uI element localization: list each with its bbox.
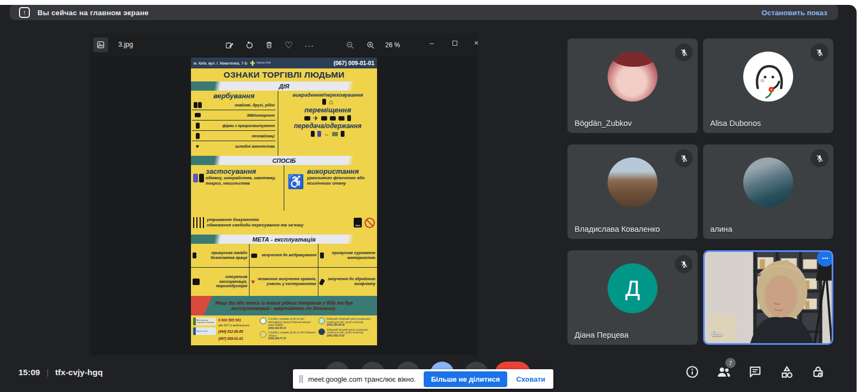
stop-presenting-button[interactable]: Остановить показ: [762, 9, 827, 17]
meta-cell: ♥незаконне вилучення органів, участь у е…: [250, 268, 318, 296]
passport-icon: PASS: [354, 218, 362, 227]
divider: |: [47, 368, 49, 377]
chat-button[interactable]: [748, 364, 763, 380]
marriage-agency-icon: ♥: [192, 144, 203, 149]
meeting-details-button[interactable]: [685, 364, 700, 380]
poster-header: м. Київ, вул. І. Микитенка, 7-Б Карітас …: [191, 58, 377, 68]
caritas-cross-icon: [250, 61, 255, 66]
participant-tile[interactable]: Bögdän_Zubkov: [567, 39, 698, 133]
participant-name: Владислава Коваленко: [575, 225, 660, 233]
drag-handle[interactable]: [299, 375, 303, 383]
footer-actions: 7: [685, 364, 826, 380]
company-icon: [192, 123, 203, 129]
close-window-button[interactable]: ×: [470, 39, 482, 47]
participant-tile[interactable]: Владислава Коваленко: [567, 144, 698, 239]
image-icon: [97, 41, 105, 49]
meeting-info: 15:09 | tfx-cvjy-hgq: [18, 368, 103, 377]
poster-title: ОЗНАКИ ТОРГІВЛІ ЛЮДЬМИ: [191, 68, 377, 81]
participants-count-badge: 7: [725, 358, 736, 368]
abduct-icons: ⌂: [278, 98, 377, 106]
activities-button[interactable]: [779, 364, 794, 380]
ministry-logo: Міністерство соціальної політики: [193, 318, 216, 325]
meta-cell: залучення до жебракування: [250, 244, 318, 268]
recruit-row: ЗМІ/інтернет: [192, 110, 276, 121]
viewer-titlebar: 3.jpg ♡ ··· 26 % – ×: [90, 34, 478, 56]
mic-muted-icon: [810, 149, 828, 167]
poster-help-band: Якщо Ви або хтось із ваших рідних потрап…: [191, 296, 377, 315]
apply-heading: застосування: [206, 167, 283, 175]
meeting-code: tfx-cvjy-hgq: [55, 368, 103, 377]
service-contact: Служба у справах дітей та сім'ї виконавч…: [260, 318, 316, 330]
favorite-button[interactable]: ♡: [283, 40, 294, 50]
meet-window: ↑ Вы сейчас на главном экране Остановить…: [0, 5, 857, 392]
organ-heart-icon: ♥: [251, 279, 255, 285]
kyiv-region-emblem-icon: [260, 331, 266, 338]
recruit-row: незнайомці: [192, 131, 276, 141]
meta-cell: примусове сурогатне материнство: [318, 244, 377, 268]
transport-icons: ✈: [278, 114, 377, 122]
screen-share-infobar: meet.google.com транслює вікно. Більше н…: [293, 369, 553, 389]
meta-cell: примусова та/або безоплатна праця: [191, 244, 250, 268]
rotate-button[interactable]: [244, 40, 254, 50]
participant-tile[interactable]: Д Діана Перцева: [567, 250, 698, 345]
poster-section-meta: МЕТА - експлуатація: [191, 235, 377, 244]
more-options-button[interactable]: ···: [304, 40, 315, 50]
tv-wifi-icon: [192, 113, 203, 117]
self-video: [705, 252, 832, 343]
participant-grid: Bögdän_Zubkov Alisa Dubonos Владислава К…: [567, 39, 833, 345]
maximize-window-button[interactable]: [449, 39, 461, 47]
participant-name: Bögdän_Zubkov: [575, 119, 632, 128]
edit-image-button[interactable]: [224, 40, 235, 50]
rifle-icon: [319, 279, 325, 286]
regional-center-icon: [318, 318, 325, 324]
participant-tile[interactable]: Alisa Dubonos: [703, 39, 833, 133]
jail-icon: [193, 217, 204, 228]
service-contact: Київський міський центр соціальних служб…: [318, 328, 375, 338]
zoom-out-button[interactable]: [344, 40, 355, 50]
mic-muted-icon: [675, 255, 693, 273]
presenting-message: Вы сейчас на главном экране: [37, 9, 149, 17]
avatar: [608, 52, 658, 102]
participant-name: Alisa Dubonos: [710, 119, 761, 128]
mic-muted-icon: [810, 43, 828, 61]
caritas-logo: Карітас Київ: [193, 327, 216, 335]
participants-button[interactable]: 7: [716, 364, 731, 380]
tile-options-button[interactable]: •••: [817, 250, 833, 267]
minimize-window-button[interactable]: –: [426, 39, 438, 47]
begging-icon: [251, 254, 257, 258]
share-message: meet.google.com транслює вікно.: [308, 375, 416, 383]
participant-name: Діана Перцева: [575, 331, 629, 339]
host-controls-button[interactable]: [810, 364, 826, 380]
avatar: [743, 157, 793, 207]
meta-cell: сексуальна експлуатація, порноіндустрія: [191, 268, 250, 296]
service-contact: Служба у справах дітей та сім'ї Київсько…: [260, 331, 316, 340]
mic-muted-icon: [675, 149, 693, 167]
avatar: [608, 157, 658, 207]
poster-image: м. Київ, вул. І. Микитенка, 7-Б Карітас …: [191, 58, 377, 345]
transfer-icons: ↔: [278, 130, 377, 138]
clock: 15:09: [18, 368, 40, 377]
self-video-tile[interactable]: ••• Вы: [703, 250, 833, 345]
stop-sharing-button[interactable]: Більше не ділитися: [424, 371, 508, 387]
wheelchair-icon: ♿: [288, 167, 304, 211]
avatar: [743, 52, 793, 102]
image-thumbnail-button[interactable]: [93, 37, 108, 52]
poster-meta-grid: примусова та/або безоплатна праця залуче…: [191, 244, 377, 296]
transfer-heading: передача/одержання: [278, 122, 377, 130]
delete-button[interactable]: [264, 40, 275, 50]
poster-phone: (067) 009-01-01: [334, 60, 374, 66]
presenting-banner: ↑ Вы сейчас на главном экране Остановить…: [10, 5, 838, 20]
poster-section-dia: ДІЯ: [191, 81, 377, 91]
participant-tile[interactable]: алина: [703, 144, 833, 239]
recruit-row: знайомі, друзі, рідні: [192, 100, 276, 110]
poster-address: м. Київ, вул. І. Микитенка, 7-Б: [194, 61, 247, 66]
hide-infobar-link[interactable]: Сховати: [516, 375, 545, 383]
mic-muted-icon: [675, 43, 693, 61]
recruit-row: фірми з працевлаштування: [192, 121, 276, 131]
threat-figures-icon: [193, 167, 204, 211]
meta-cell: залучення до збройного конфлікту: [318, 268, 377, 296]
people-icon: [192, 102, 203, 108]
zoom-in-button[interactable]: [365, 40, 376, 50]
participant-name: алина: [710, 225, 732, 233]
exploitation-icon: [193, 279, 200, 285]
